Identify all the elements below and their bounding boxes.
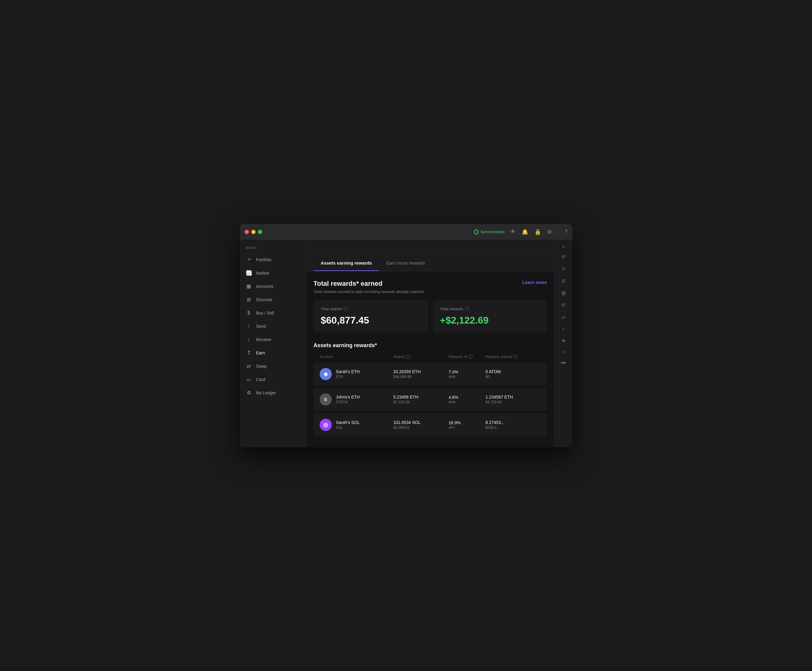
rewards-earned-cell-2: 8.27453... $248.2... <box>486 420 541 430</box>
minimize-button[interactable] <box>251 230 255 234</box>
asset-name: Sarah's ETH <box>336 369 360 374</box>
battery-icon: ▬ <box>558 356 569 368</box>
rewards-title-block: Total rewards* earned Total rewards earn… <box>313 280 425 294</box>
sidebar-item-accounts[interactable]: ▦ Accounts <box>240 280 306 293</box>
total-rewards-card: Total rewards i +$2,122.69 <box>433 300 547 333</box>
sync-status: ✓ Synchronized <box>474 230 504 234</box>
sidebar-item-portfolio[interactable]: ↗ Portfolio <box>240 253 306 266</box>
sidebar-item-earn[interactable]: ⤴ Earn <box>240 346 306 359</box>
rewards-pct-cell-1: 4.6% APR <box>449 395 486 404</box>
sol-avatar: ◎ <box>320 419 332 431</box>
swap-icon: ⇄ <box>246 363 252 369</box>
close-button[interactable] <box>245 230 249 234</box>
sidebar-item-card[interactable]: ▭ Card <box>240 373 306 386</box>
sidebar-item-market[interactable]: 📈 Market <box>240 266 306 280</box>
card-icon: ▭ <box>246 376 252 383</box>
plus-icon[interactable]: + <box>558 324 569 335</box>
rewards-pct-cell-0: 7.4% APR <box>449 370 486 378</box>
tabs-bar: Assets earning rewards Earn more rewards <box>306 255 554 271</box>
titlebar: ✓ Synchronized 👁 🔔 🔒 ⚙ ? <box>240 224 572 240</box>
asset-name-2: Johns's ETH <box>336 395 360 399</box>
eth-avatar: ◆ <box>320 368 332 380</box>
asset-ticker-3: SOL <box>336 426 360 430</box>
chevron-up-icon[interactable]: ∧ <box>561 243 566 250</box>
stats-row: Total staked i $60,877.45 Total rewards … <box>313 300 547 333</box>
asset-name-block-3: Sarah's SOL SOL <box>336 420 360 430</box>
rewards-header: Total rewards* earned Total rewards earn… <box>313 280 547 294</box>
accounts-icon: ▦ <box>246 283 252 290</box>
asset-info-eth: ◆ Sarah's ETH ETH <box>320 368 393 380</box>
asset-info-sol: ◎ Sarah's SOL SOL <box>320 419 393 431</box>
content-area: Total rewards* earned Total rewards earn… <box>306 271 554 447</box>
total-rewards-info-icon[interactable]: i <box>465 307 469 311</box>
sidebar-item-discover[interactable]: ⊞ Discover <box>240 293 306 307</box>
table-row[interactable]: S Johns's ETH STETH 5.23456 ETH $7,328.3… <box>313 388 547 411</box>
staked-col-info-icon[interactable]: i <box>406 355 410 359</box>
sidebar-item-send[interactable]: ↑ Send <box>240 320 306 333</box>
tab-assets-earning[interactable]: Assets earning rewards <box>313 255 379 271</box>
assets-section-title: Assets earning rewards* <box>313 342 547 349</box>
rewards-title: Total rewards* earned <box>313 280 425 288</box>
eye-icon[interactable]: 👁 <box>510 228 516 235</box>
sidebar-item-swap[interactable]: ⇄ Swap <box>240 359 306 373</box>
barcode-icon[interactable]: ▦ <box>558 288 569 298</box>
gear-icon[interactable]: ⚙ <box>547 228 552 235</box>
rewards-earned-cell-0: 0 ATOM $0 <box>486 369 541 379</box>
menu-label: MENU <box>240 246 306 249</box>
my-ledger-icon: ⚙ <box>246 390 252 396</box>
total-rewards-value: +$2,122.69 <box>440 315 540 326</box>
buy-sell-icon: $ <box>246 310 252 316</box>
app-layout: MENU ↗ Portfolio 📈 Market ▦ Accounts ⊞ D… <box>240 240 572 447</box>
asset-ticker: ETH <box>336 375 360 379</box>
portfolio-icon: ↗ <box>246 257 252 263</box>
rewards-subtitle: Total rewards earned to date including r… <box>313 290 425 294</box>
fullscreen-button[interactable] <box>258 230 262 234</box>
right-panel: ∧ ⚙ ⊘ ⊞ ▦ M ⇄ + ⚑ ∨ ▬ <box>554 240 572 447</box>
bell-icon[interactable]: 🔔 <box>522 228 528 235</box>
lock-icon[interactable]: 🔒 <box>535 228 541 235</box>
send-icon: ↑ <box>246 323 252 329</box>
tab-earn-more[interactable]: Earn more rewards <box>379 255 432 271</box>
assets-table: Account Staked i Rewards % i Rewards ear… <box>313 355 547 436</box>
chevron-down-icon[interactable]: ∨ <box>561 348 566 355</box>
market-icon: 📈 <box>246 270 252 276</box>
earn-icon: ⤴ <box>246 350 252 356</box>
flag-icon[interactable]: ⚑ <box>558 336 569 347</box>
col-staked: Staked i <box>393 355 449 359</box>
table-row[interactable]: ◆ Sarah's ETH ETH 33.26355 ETH $46,568.9… <box>313 363 547 385</box>
sidebar-item-my-ledger[interactable]: ⚙ My Ledger <box>240 386 306 399</box>
col-account: Account <box>320 355 393 359</box>
total-rewards-label: Total rewards i <box>440 307 540 311</box>
rewards-pct-cell-2: 16.9% APY <box>449 420 486 429</box>
staked-cell-2: 101.6534 SOL $3,049.61 <box>393 420 449 430</box>
steth-avatar: S <box>320 393 332 405</box>
app-window: ✓ Synchronized 👁 🔔 🔒 ⚙ ? MENU ↗ Portfoli… <box>240 224 572 447</box>
staked-cell-0: 33.26355 ETH $46,568.96 <box>393 369 449 379</box>
settings-icon[interactable]: ⚙ <box>558 251 569 262</box>
total-staked-info-icon[interactable]: i <box>344 307 348 311</box>
asset-name-block-2: Johns's ETH STETH <box>336 395 360 404</box>
sidebar: MENU ↗ Portfolio 📈 Market ▦ Accounts ⊞ D… <box>240 240 306 447</box>
asset-info-steth: S Johns's ETH STETH <box>320 393 393 405</box>
help-icon[interactable]: ? <box>564 228 567 235</box>
table-row[interactable]: ◎ Sarah's SOL SOL 101.6534 SOL $3,049.61… <box>313 413 547 436</box>
table-header: Account Staked i Rewards % i Rewards ear… <box>313 355 547 363</box>
staked-cell-1: 5.23456 ETH $7,328.39 <box>393 395 449 404</box>
grid-icon[interactable]: ⊞ <box>558 276 569 286</box>
rewards-pct-col-info-icon[interactable]: i <box>468 355 473 359</box>
traffic-lights <box>245 230 262 234</box>
col-rewards-pct: Rewards % i <box>449 355 486 359</box>
sidebar-item-buy-sell[interactable]: $ Buy / Sell <box>240 307 306 320</box>
titlebar-actions: ✓ Synchronized 👁 🔔 🔒 ⚙ ? <box>474 228 568 235</box>
learn-more-button[interactable]: Learn more <box>522 280 547 285</box>
sidebar-item-receive[interactable]: ↓ Receive <box>240 333 306 346</box>
rewards-earned-cell-1: 1.234567 ETH $1,728.40 <box>486 395 541 404</box>
asset-name-3: Sarah's SOL <box>336 420 360 425</box>
rewards-earned-col-info-icon[interactable]: i <box>514 355 518 359</box>
arrows-icon[interactable]: ⇄ <box>558 312 569 323</box>
m-icon[interactable]: M <box>558 300 569 310</box>
no-entry-icon[interactable]: ⊘ <box>558 263 569 274</box>
total-staked-label: Total staked i <box>321 307 420 311</box>
total-staked-card: Total staked i $60,877.45 <box>313 300 428 333</box>
receive-icon: ↓ <box>246 337 252 342</box>
